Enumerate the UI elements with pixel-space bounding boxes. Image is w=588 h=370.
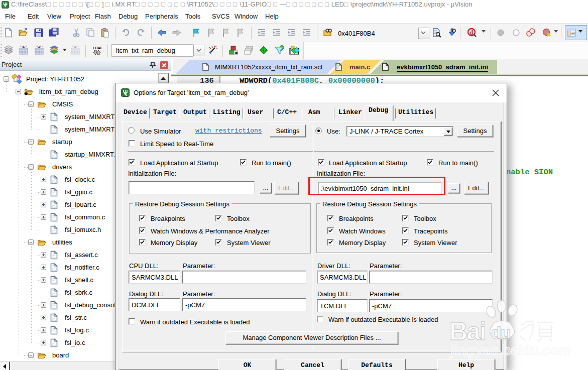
svg-text:d: d: [469, 29, 474, 36]
svg-text:du: du: [491, 323, 510, 342]
svg-text:jingyan.baidu.com: jingyan.baidu.com: [450, 343, 571, 358]
svg-text:Bai: Bai: [449, 317, 486, 345]
svg-text:LOAD: LOAD: [93, 46, 102, 50]
